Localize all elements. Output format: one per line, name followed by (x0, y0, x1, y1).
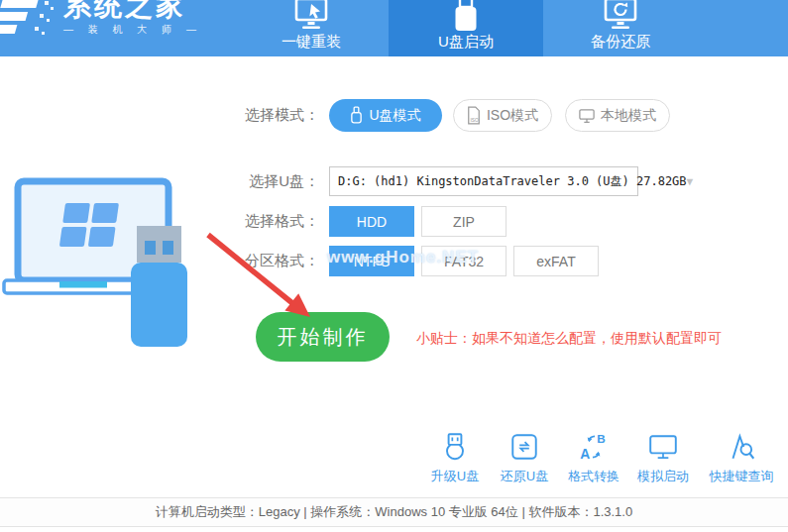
format-option-label: ZIP (453, 214, 475, 230)
usb-stick-icon (350, 106, 363, 125)
tab-usb-boot[interactable]: U盘启动 (389, 0, 543, 56)
app-header: 系统之家 — 装 机 大 师 — 一键重装 U盘启动 (0, 0, 788, 56)
partition-option-exfat[interactable]: exFAT (513, 246, 599, 276)
mode-option-usb[interactable]: U盘模式 (329, 99, 442, 132)
format-option-label: HDD (357, 214, 387, 230)
mode-option-label: U盘模式 (369, 107, 420, 125)
mode-option-label: ISO模式 (487, 107, 538, 125)
mode-option-iso[interactable]: ISO ISO模式 (453, 99, 552, 132)
tool-label: 还原U盘 (501, 468, 548, 485)
tab-label: 一键重装 (281, 33, 341, 52)
format-option-zip[interactable]: ZIP (421, 206, 507, 237)
a-to-b-convert-icon: A B (578, 431, 610, 463)
tab-one-click-reinstall[interactable]: 一键重装 (234, 0, 389, 56)
logo-flag-icon (0, 0, 56, 43)
monitor-restore-icon (603, 0, 638, 32)
monitor-cursor-icon (293, 0, 329, 32)
usb-select-label: 选择U盘： (228, 172, 319, 191)
tool-label: 快捷键查询 (710, 468, 774, 485)
partition-option-label: FAT32 (444, 254, 484, 269)
tool-shortcuts: 升级U盘 还原U盘 A B 格式转换 (425, 431, 780, 485)
tool-label: 格式转换 (568, 468, 619, 485)
tab-label: U盘启动 (438, 33, 494, 52)
monitor-icon (579, 108, 595, 124)
partition-option-fat32[interactable]: FAT32 (421, 246, 507, 276)
tool-upgrade-usb[interactable]: 升级U盘 (425, 431, 485, 485)
mode-option-label: 本地模式 (601, 107, 656, 125)
mode-label: 选择模式： (228, 106, 319, 125)
main-nav: 一键重装 U盘启动 备份还原 (234, 0, 698, 56)
tool-format-convert[interactable]: A B 格式转换 (564, 431, 623, 485)
svg-text:A: A (580, 446, 590, 462)
iso-file-icon: ISO (467, 106, 481, 125)
hotkey-search-icon (726, 431, 757, 463)
start-make-button[interactable]: 开始制作 (256, 312, 390, 362)
monitor-icon (647, 431, 679, 463)
format-label: 选择格式： (228, 212, 319, 231)
app-logo: 系统之家 — 装 机 大 师 — (0, 0, 202, 43)
partition-option-ntfs[interactable]: NTFS (329, 246, 414, 276)
partition-label: 分区格式： (228, 252, 319, 270)
usb-drive-icon (448, 0, 484, 32)
app-subtitle: — 装 机 大 师 — (63, 23, 202, 37)
partition-option-label: NTFS (354, 254, 391, 269)
windows-logo-icon (59, 203, 119, 247)
status-bar: 计算机启动类型：Legacy | 操作系统：Windows 10 专业版 64位… (0, 497, 788, 527)
app-title: 系统之家 (63, 0, 202, 21)
format-row: 选择格式： HDD ZIP (228, 206, 513, 237)
usb-drive-value: D:G: (hd1) KingstonDataTraveler 3.0 (U盘)… (338, 173, 687, 190)
mode-row: 选择模式： U盘模式 ISO ISO模式 本 (228, 99, 670, 132)
partition-option-label: exFAT (536, 254, 575, 269)
tool-label: 升级U盘 (431, 468, 479, 485)
main-content: 选择模式： U盘模式 ISO ISO模式 本 (0, 56, 788, 532)
app-window: 系统之家 — 装 机 大 师 — 一键重装 U盘启动 (0, 0, 788, 532)
svg-text:ISO: ISO (470, 118, 479, 123)
svg-text:B: B (597, 432, 605, 445)
tab-label: 备份还原 (591, 33, 650, 52)
usb-plug-icon (439, 431, 471, 463)
format-option-hdd[interactable]: HDD (329, 206, 414, 237)
usb-stick-illustration (131, 226, 187, 347)
mode-option-local[interactable]: 本地模式 (565, 99, 670, 132)
status-text: 计算机启动类型：Legacy | 操作系统：Windows 10 专业版 64位… (156, 503, 632, 521)
chevron-down-icon: ▼ (687, 175, 694, 188)
tab-backup-restore[interactable]: 备份还原 (543, 0, 698, 56)
usb-drive-select[interactable]: D:G: (hd1) KingstonDataTraveler 3.0 (U盘)… (329, 166, 638, 196)
tool-label: 模拟启动 (637, 468, 689, 485)
tool-simulate-boot[interactable]: 模拟启动 (633, 431, 693, 485)
tool-hotkey-query[interactable]: 快捷键查询 (703, 431, 780, 485)
tip-text: 小贴士：如果不知道怎么配置，使用默认配置即可 (416, 330, 722, 348)
restore-cycle-icon (508, 431, 540, 463)
tool-restore-usb[interactable]: 还原U盘 (495, 431, 554, 485)
usb-select-row: 选择U盘： D:G: (hd1) KingstonDataTraveler 3.… (228, 166, 638, 196)
partition-row: 分区格式： NTFS FAT32 exFAT (228, 246, 606, 276)
